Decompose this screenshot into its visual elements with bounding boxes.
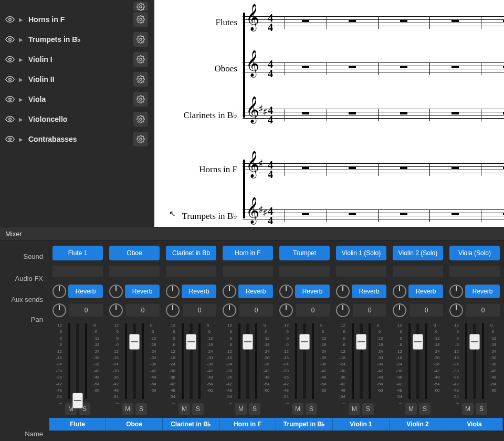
aux-send-button[interactable]: Reverb [68, 285, 103, 298]
fader-handle[interactable] [356, 334, 366, 350]
track-row[interactable]: ▶Viola [0, 89, 154, 109]
aux-send-knob[interactable] [52, 285, 66, 298]
pan-value[interactable]: 0 [410, 304, 443, 317]
fader-handle[interactable] [243, 334, 253, 350]
track-settings-button[interactable] [133, 112, 148, 127]
expand-icon[interactable]: ▶ [16, 77, 26, 82]
pan-value[interactable]: 0 [239, 304, 273, 317]
audio-fx-slot[interactable] [166, 266, 216, 277]
mute-button[interactable]: M [405, 403, 417, 415]
channel-name[interactable]: Viola [446, 418, 503, 430]
track-row[interactable]: ▶Horns in F [0, 9, 154, 29]
pan-knob[interactable] [336, 303, 350, 317]
sound-select-button[interactable]: Oboe [109, 246, 160, 260]
track-settings-button[interactable] [133, 132, 148, 146]
aux-send-knob[interactable] [109, 285, 123, 298]
mute-button[interactable]: M [122, 403, 133, 415]
fader-handle[interactable] [186, 334, 196, 350]
solo-button[interactable]: S [362, 403, 374, 415]
channel-name[interactable]: Clarinet in B♭ [163, 418, 219, 430]
pan-value[interactable]: 0 [296, 304, 330, 317]
staff-lines[interactable]: 𝄞♯44 [243, 159, 504, 180]
pan-knob[interactable] [109, 303, 123, 317]
pan-value[interactable]: 0 [126, 304, 160, 317]
track-row[interactable]: ▶Trumpets in B♭ [0, 29, 154, 49]
pan-knob[interactable] [393, 303, 406, 317]
expand-icon[interactable]: ▶ [16, 37, 26, 43]
solo-button[interactable]: S [249, 403, 260, 415]
track-settings-button[interactable] [133, 32, 148, 47]
aux-send-button[interactable]: Reverb [125, 285, 160, 298]
visibility-icon[interactable] [4, 94, 16, 104]
expand-icon[interactable]: ▶ [16, 117, 26, 122]
track-row[interactable]: ▶Violin I [0, 49, 154, 69]
staff-lines[interactable]: 𝄞44 [243, 12, 504, 33]
track-settings-button[interactable] [133, 72, 148, 87]
channel-name[interactable]: Horn in F [219, 418, 276, 430]
audio-fx-slot[interactable] [223, 266, 273, 277]
aux-send-knob[interactable] [449, 285, 463, 298]
visibility-icon[interactable] [4, 134, 16, 144]
track-row[interactable]: ▶Violoncello [0, 109, 154, 129]
pan-value[interactable]: 0 [353, 304, 386, 317]
fader-track[interactable] [76, 323, 79, 399]
channel-name[interactable]: Violin 1 [333, 418, 390, 430]
fader-handle[interactable] [469, 334, 480, 350]
visibility-icon[interactable] [4, 75, 16, 84]
sound-select-button[interactable]: Viola (Solo) [449, 246, 500, 260]
track-settings-button[interactable] [133, 2, 148, 11]
mute-button[interactable]: M [349, 403, 360, 415]
audio-fx-slot[interactable] [52, 266, 103, 277]
channel-name[interactable]: Trumpet in B♭ [276, 418, 333, 430]
track-settings-button[interactable] [133, 92, 148, 107]
expand-icon[interactable]: ▶ [16, 97, 26, 102]
staff-lines[interactable]: 𝄞♯♯44 [243, 104, 504, 125]
pan-knob[interactable] [449, 303, 463, 317]
solo-button[interactable]: S [419, 403, 430, 415]
aux-send-knob[interactable] [166, 285, 180, 298]
audio-fx-slot[interactable] [393, 266, 443, 277]
pan-knob[interactable] [52, 303, 66, 317]
pan-knob[interactable] [166, 303, 180, 317]
pan-value[interactable]: 0 [183, 304, 216, 317]
sound-select-button[interactable]: Trumpet [279, 246, 330, 260]
solo-button[interactable]: S [476, 403, 487, 415]
pan-value[interactable]: 0 [69, 304, 103, 317]
solo-button[interactable]: S [135, 403, 147, 415]
track-row[interactable]: ▶Contrabasses [0, 129, 154, 149]
sound-select-button[interactable]: Flute 1 [52, 246, 103, 260]
visibility-icon[interactable] [4, 55, 16, 64]
aux-send-knob[interactable] [223, 285, 236, 298]
solo-button[interactable]: S [192, 403, 204, 415]
track-row[interactable]: ▶Violin II [0, 69, 154, 89]
staff-lines[interactable]: 𝄞♯♯44 [243, 205, 504, 226]
audio-fx-slot[interactable] [279, 266, 330, 277]
track-settings-button[interactable] [133, 12, 148, 27]
mute-button[interactable]: M [292, 403, 303, 415]
aux-send-button[interactable]: Reverb [295, 285, 330, 298]
visibility-icon[interactable] [4, 35, 16, 44]
visibility-icon[interactable] [4, 15, 16, 24]
audio-fx-slot[interactable] [336, 266, 386, 277]
aux-send-knob[interactable] [279, 285, 293, 298]
aux-send-button[interactable]: Reverb [465, 285, 500, 298]
fader-handle[interactable] [72, 393, 83, 408]
mute-button[interactable]: M [462, 403, 474, 415]
solo-button[interactable]: S [306, 403, 317, 415]
sound-select-button[interactable]: Horn in F [223, 246, 273, 260]
aux-send-knob[interactable] [336, 285, 350, 298]
mute-button[interactable]: M [235, 403, 247, 415]
channel-name[interactable]: Oboe [106, 418, 163, 430]
aux-send-button[interactable]: Reverb [352, 285, 386, 298]
aux-send-knob[interactable] [393, 285, 406, 298]
expand-icon[interactable]: ▶ [16, 57, 26, 62]
channel-name[interactable]: Flute [49, 418, 106, 430]
pan-knob[interactable] [223, 303, 236, 317]
visibility-icon[interactable] [4, 114, 16, 124]
fader-handle[interactable] [413, 334, 423, 350]
mute-button[interactable]: M [178, 403, 190, 415]
audio-fx-slot[interactable] [449, 266, 500, 277]
expand-icon[interactable]: ▶ [16, 136, 26, 142]
sound-select-button[interactable]: Violin 1 (Solo) [336, 246, 386, 260]
track-settings-button[interactable] [133, 52, 148, 67]
